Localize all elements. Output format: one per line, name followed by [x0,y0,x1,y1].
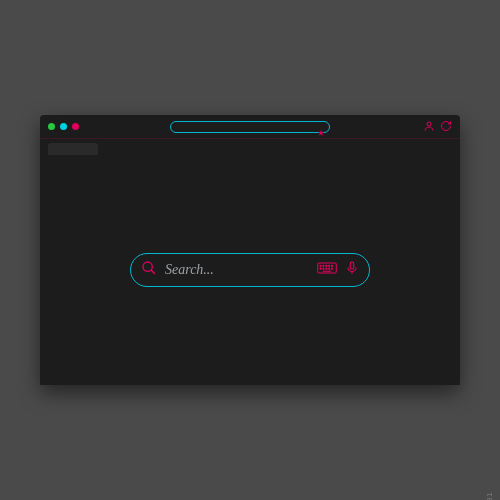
window-controls [48,123,79,130]
svg-point-4 [320,265,321,266]
title-bar [40,115,460,139]
search-icon[interactable] [141,260,157,280]
svg-point-1 [143,262,152,271]
svg-point-8 [331,265,332,266]
microphone-icon[interactable] [345,260,359,280]
svg-point-0 [427,122,431,126]
tab-strip [40,139,460,155]
address-bar[interactable] [170,121,330,133]
svg-point-5 [323,265,324,266]
svg-point-6 [326,265,327,266]
title-bar-right-controls [423,118,452,136]
search-input[interactable]: Search... [165,262,309,278]
search-bar[interactable]: Search... [130,253,370,287]
keyboard-icon[interactable] [317,261,337,279]
svg-point-13 [331,268,332,269]
tab-active[interactable] [48,143,98,155]
svg-rect-15 [350,262,354,269]
star-icon[interactable] [317,123,325,131]
svg-point-10 [323,268,324,269]
svg-point-9 [320,268,321,269]
window-minimize-button[interactable] [60,123,67,130]
content-area: Search... [40,155,460,385]
browser-window: Search... [40,115,460,385]
user-icon[interactable] [423,118,435,136]
window-close-button[interactable] [48,123,55,130]
refresh-icon[interactable] [440,118,452,136]
svg-line-2 [151,270,155,274]
svg-point-11 [326,268,327,269]
window-maximize-button[interactable] [72,123,79,130]
svg-point-7 [329,265,330,266]
svg-point-12 [329,268,330,269]
watermark: 298587131 [485,492,494,500]
